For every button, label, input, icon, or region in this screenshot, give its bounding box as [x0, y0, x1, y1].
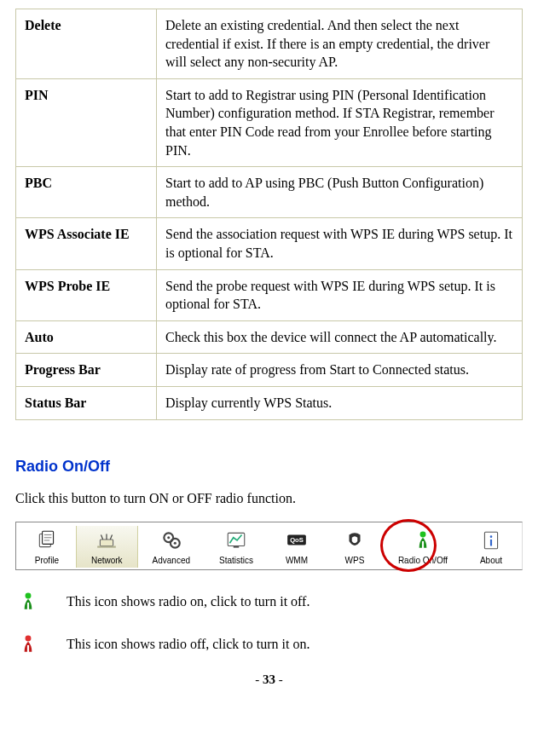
- table-row: Progress BarDisplay rate of progress fro…: [16, 354, 523, 387]
- svg-point-13: [174, 541, 176, 544]
- toolbar-item-label: WMM: [286, 556, 308, 565]
- table-row: AutoCheck this box the device will conne…: [16, 320, 523, 354]
- description-cell: Display rate of progress from Start to C…: [157, 354, 523, 387]
- description-cell: Send the probe request with WPS IE durin…: [157, 269, 523, 320]
- toolbar-item-label: Profile: [35, 556, 59, 565]
- toolbar-item-about[interactable]: About: [462, 526, 520, 568]
- intro-text: Click this button to turn ON or OFF radi…: [15, 491, 523, 506]
- description-cell: Send the association request with WPS IE…: [157, 218, 523, 269]
- svg-point-20: [490, 535, 493, 538]
- toolbar-item-label: WPS: [345, 556, 365, 565]
- term-cell: WPS Associate IE: [16, 218, 157, 269]
- toolbar-item-network[interactable]: Network: [76, 526, 138, 568]
- toolbar-item-statistics[interactable]: Statistics: [205, 526, 268, 568]
- svg-point-23: [26, 635, 32, 641]
- svg-text:QoS: QoS: [290, 536, 304, 544]
- toolbar-item-profile[interactable]: Profile: [18, 526, 76, 568]
- wps-icon: [340, 528, 369, 553]
- network-icon: [92, 528, 121, 553]
- icon-legend: This icon shows radio on, click to turn …: [15, 587, 523, 659]
- legend-text: This icon shows radio on, click to turn …: [67, 594, 309, 609]
- radio-on-icon: [15, 587, 41, 616]
- statistics-icon: [222, 528, 251, 553]
- about-icon: [477, 528, 506, 553]
- toolbar-item-label: About: [480, 556, 502, 565]
- definitions-table: DeleteDelete an existing credential. And…: [15, 9, 523, 420]
- toolbar-item-wps[interactable]: WPS: [326, 526, 384, 568]
- toolbar-item-label: Statistics: [219, 556, 253, 565]
- toolbar-item-advanced[interactable]: Advanced: [138, 526, 205, 568]
- toolbar-item-radio-on[interactable]: Radio On/Off: [384, 526, 462, 568]
- table-row: WPS Associate IESend the association req…: [16, 218, 523, 269]
- advanced-icon: [157, 528, 186, 553]
- radio-off-icon: [15, 630, 41, 659]
- svg-point-22: [26, 592, 32, 598]
- description-cell: Check this box the device will connect t…: [157, 320, 523, 354]
- svg-line-7: [101, 534, 103, 539]
- toolbar-item-label: Advanced: [153, 556, 190, 565]
- legend-row: This icon shows radio on, click to turn …: [15, 587, 523, 616]
- term-cell: Status Bar: [16, 386, 157, 419]
- svg-rect-5: [101, 539, 113, 545]
- svg-rect-9: [97, 545, 116, 547]
- section-heading: Radio On/Off: [15, 458, 523, 476]
- term-cell: PIN: [16, 78, 157, 166]
- radio-on-icon: [408, 528, 437, 553]
- table-row: Status BarDisplay currently WPS Status.: [16, 386, 523, 419]
- term-cell: Progress Bar: [16, 354, 157, 387]
- table-row: DeleteDelete an existing credential. And…: [16, 9, 523, 79]
- description-cell: Display currently WPS Status.: [157, 386, 523, 419]
- toolbar-item-label: Network: [91, 556, 123, 565]
- svg-rect-15: [234, 545, 240, 547]
- legend-row: This icon shows radio off, click to turn…: [15, 630, 523, 659]
- term-cell: PBC: [16, 167, 157, 218]
- profile-icon: [32, 528, 61, 553]
- svg-line-8: [111, 534, 113, 539]
- table-row: WPS Probe IESend the probe request with …: [16, 269, 523, 320]
- legend-text: This icon shows radio off, click to turn…: [67, 637, 309, 652]
- description-cell: Start to add to Registrar using PIN (Per…: [157, 78, 523, 166]
- toolbar-item-wmm[interactable]: QoSWMM: [268, 526, 326, 568]
- wmm-icon: QoS: [282, 528, 311, 553]
- toolbar-item-label: Radio On/Off: [398, 556, 448, 565]
- table-row: PBCStart to add to AP using PBC (Push Bu…: [16, 167, 523, 218]
- description-cell: Delete an existing credential. And then …: [157, 9, 523, 79]
- svg-rect-21: [490, 539, 492, 545]
- svg-point-18: [420, 531, 426, 537]
- term-cell: WPS Probe IE: [16, 269, 157, 320]
- app-toolbar: ProfileNetworkAdvancedStatisticsQoSWMMWP…: [15, 522, 523, 570]
- description-cell: Start to add to AP using PBC (Push Butto…: [157, 167, 523, 218]
- svg-point-12: [167, 536, 170, 539]
- page-number: - 33 -: [15, 672, 523, 687]
- term-cell: Delete: [16, 9, 157, 79]
- term-cell: Auto: [16, 320, 157, 354]
- table-row: PINStart to add to Registrar using PIN (…: [16, 78, 523, 166]
